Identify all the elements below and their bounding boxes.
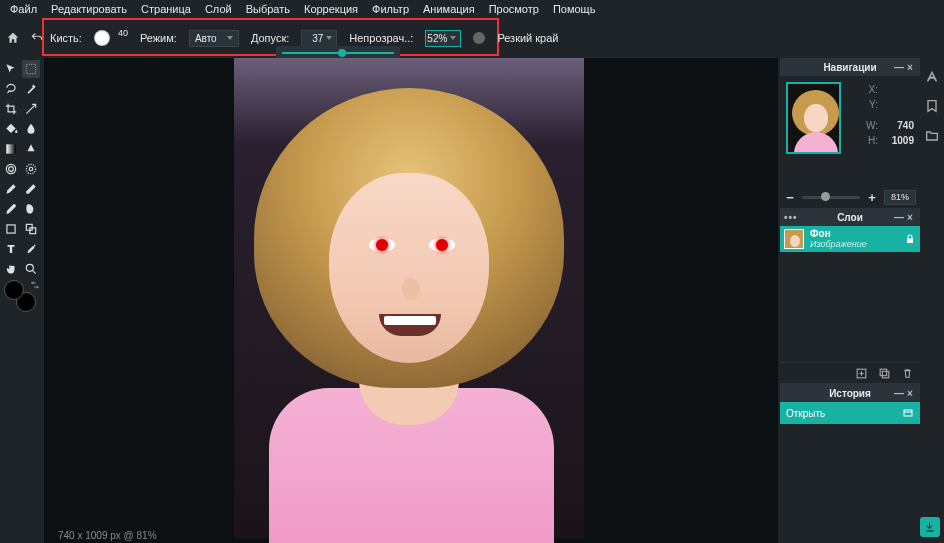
menu-help[interactable]: Помощь [553, 3, 596, 15]
delete-layer-icon[interactable] [901, 367, 914, 380]
menu-view[interactable]: Просмотр [489, 3, 539, 15]
navigation-info: X: Y: W:740 H:1009 [847, 82, 914, 180]
tolerance-input[interactable]: 37 [301, 30, 337, 47]
tool-move[interactable] [2, 60, 20, 78]
tool-layers[interactable] [22, 220, 40, 238]
layers-title: Слои [837, 212, 863, 223]
text-rail-icon[interactable] [924, 68, 940, 84]
tool-marquee[interactable] [22, 60, 40, 78]
status-bar: 740 x 1009 px @ 81% [58, 530, 157, 541]
tool-clone[interactable] [2, 160, 20, 178]
mode-dropdown[interactable]: Авто [189, 30, 239, 47]
tool-eraser[interactable] [22, 180, 40, 198]
menu-filter[interactable]: Фильтр [372, 3, 409, 15]
menu-file[interactable]: Файл [10, 3, 37, 15]
close-icon[interactable]: × [907, 388, 917, 398]
tool-gradient[interactable] [2, 140, 20, 158]
svg-point-3 [9, 167, 14, 172]
svg-rect-0 [26, 64, 35, 73]
menu-animation[interactable]: Анимация [423, 3, 475, 15]
add-layer-icon[interactable] [855, 367, 868, 380]
tolerance-label: Допуск: [251, 32, 289, 44]
chevron-down-icon [227, 36, 233, 40]
foreground-color[interactable] [4, 280, 24, 300]
options-bar: Кисть: 40 Режим: Авто Допуск: 37 Непрозр… [0, 18, 944, 58]
tool-brush[interactable] [2, 200, 20, 218]
tool-shape[interactable] [2, 220, 20, 238]
zoom-slider-knob[interactable] [821, 192, 830, 201]
bookmark-rail-icon[interactable] [924, 98, 940, 114]
svg-rect-12 [882, 371, 889, 378]
tool-blur[interactable] [22, 120, 40, 138]
minimize-icon[interactable]: — [894, 388, 904, 398]
history-item-label: Открыть [786, 408, 825, 419]
undo-icon[interactable] [30, 31, 44, 45]
zoom-value-input[interactable]: 81% [884, 190, 916, 205]
svg-rect-1 [6, 144, 15, 153]
close-icon[interactable]: × [907, 212, 917, 222]
history-open-icon [902, 407, 914, 419]
tool-healing[interactable] [22, 160, 40, 178]
red-eye-left [376, 239, 388, 251]
brush-label: Кисть: [50, 32, 82, 44]
tool-crop[interactable] [2, 100, 20, 118]
tool-lasso[interactable] [2, 80, 20, 98]
tool-pencil[interactable] [2, 180, 20, 198]
history-item[interactable]: Открыть [780, 402, 920, 424]
swap-colors-icon[interactable] [30, 280, 40, 290]
tool-wand[interactable] [22, 80, 40, 98]
hard-edge-toggle[interactable] [473, 32, 485, 44]
layers-panel-header[interactable]: ••• Слои — × [780, 208, 920, 226]
layer-type: Изображение [810, 239, 898, 249]
opacity-label: Непрозрач..: [349, 32, 413, 44]
layer-row[interactable]: Фон Изображение [780, 226, 920, 252]
home-icon[interactable] [6, 31, 20, 45]
tool-slice[interactable] [22, 100, 40, 118]
tool-hand[interactable] [2, 260, 20, 278]
menu-bar: Файл Редактировать Страница Слой Выбрать… [0, 0, 944, 18]
navigation-panel-header[interactable]: Навигации — × [780, 58, 920, 76]
tool-zoom[interactable] [22, 260, 40, 278]
brush-preview[interactable] [94, 30, 110, 46]
menu-page[interactable]: Страница [141, 3, 191, 15]
navigation-thumbnail[interactable] [786, 82, 841, 154]
menu-select[interactable]: Выбрать [246, 3, 290, 15]
svg-point-5 [29, 167, 33, 171]
color-swatches[interactable] [2, 280, 40, 316]
tool-panel [0, 58, 42, 318]
hard-edge-label: Резкий край [497, 32, 558, 44]
svg-rect-6 [7, 225, 15, 233]
history-panel-header[interactable]: История — × [780, 384, 920, 402]
opacity-input[interactable]: 52% [425, 30, 461, 47]
download-icon [924, 521, 936, 533]
tool-smudge[interactable] [22, 200, 40, 218]
download-button[interactable] [920, 517, 940, 537]
folder-rail-icon[interactable] [924, 128, 940, 144]
lock-icon[interactable] [904, 233, 916, 245]
zoom-slider[interactable] [802, 196, 860, 199]
panel-menu-icon[interactable]: ••• [784, 212, 796, 223]
menu-edit[interactable]: Редактировать [51, 3, 127, 15]
close-icon[interactable]: × [907, 62, 917, 72]
tool-text[interactable] [2, 240, 20, 258]
right-dock: Навигации — × X: Y: W:740 H:1009 − + 81%… [778, 58, 944, 543]
layers-footer [780, 362, 920, 384]
image-document[interactable] [234, 58, 584, 538]
duplicate-layer-icon[interactable] [878, 367, 891, 380]
tool-sharpen[interactable] [22, 140, 40, 158]
tool-eyedropper[interactable] [22, 240, 40, 258]
history-title: История [829, 388, 871, 399]
mode-label: Режим: [140, 32, 177, 44]
minimize-icon[interactable]: — [894, 62, 904, 72]
zoom-controls: − + 81% [780, 186, 920, 208]
tool-fill[interactable] [2, 120, 20, 138]
menu-adjust[interactable]: Коррекция [304, 3, 358, 15]
minimize-icon[interactable]: — [894, 212, 904, 222]
chevron-down-icon [326, 36, 332, 40]
slider-knob[interactable] [338, 49, 346, 57]
layer-thumbnail[interactable] [784, 229, 804, 249]
zoom-out-button[interactable]: − [784, 191, 796, 203]
menu-layer[interactable]: Слой [205, 3, 232, 15]
zoom-in-button[interactable]: + [866, 191, 878, 203]
canvas-area[interactable]: 740 x 1009 px @ 81% [44, 58, 778, 543]
